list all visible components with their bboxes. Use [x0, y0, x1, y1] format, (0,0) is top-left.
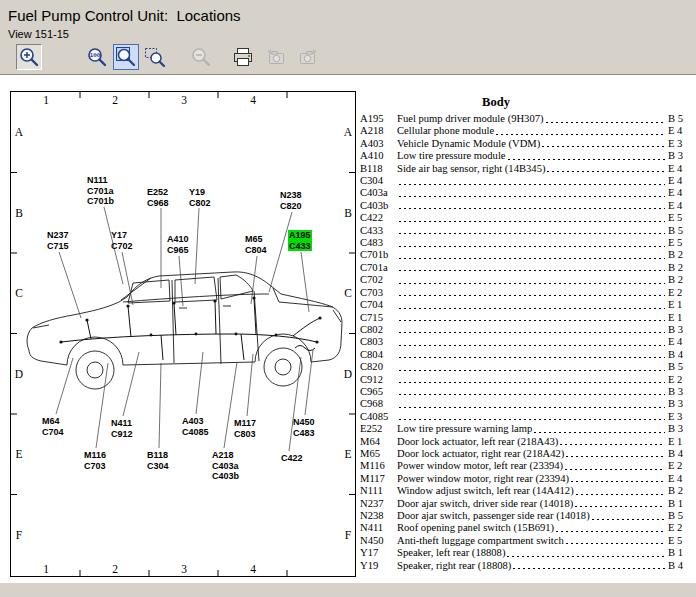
callout-line: A218 [212, 450, 239, 461]
callout-A218[interactable]: A218C403aC403b [212, 450, 239, 482]
list-item-C704[interactable]: C704E 1 [360, 299, 690, 311]
diagram-box: 11223344AABBCCDDEEFF N111C701aC701bE252C… [10, 91, 356, 577]
item-description: Power window motor, left rear (23394) [397, 460, 563, 472]
list-item-N411[interactable]: N411Roof opening panel switch (15B691)E … [360, 522, 690, 534]
list-item-A195[interactable]: A195Fuel pump driver module (9H307)B 5 [360, 113, 690, 125]
list-item-C912[interactable]: C912E 2 [360, 374, 690, 386]
grid-col-label-top: 4 [250, 94, 256, 106]
callout-N238[interactable]: N238C820 [280, 190, 302, 211]
callout-C422[interactable]: C422 [281, 453, 303, 464]
dot-leader [399, 187, 665, 199]
list-item-C715[interactable]: C715E 1 [360, 312, 690, 324]
list-item-C968[interactable]: C968B 3 [360, 398, 690, 410]
item-code: C968 [360, 398, 397, 410]
list-item-C403a[interactable]: C403aE 4 [360, 187, 690, 199]
zoom-fit-button[interactable] [113, 44, 139, 70]
zoom-in-button[interactable] [16, 44, 42, 70]
item-code: M117 [360, 473, 397, 485]
callout-N111[interactable]: N111C701aC701b [87, 175, 114, 207]
callout-A410[interactable]: A410C965 [167, 234, 189, 255]
list-item-A403[interactable]: A403Vehicle Dynamic Module (VDM)E 3 [360, 138, 690, 150]
list-item-C483[interactable]: C483E 5 [360, 237, 690, 249]
list-item-N450[interactable]: N450Anti-theft luggage compartment switc… [360, 535, 690, 547]
callout-line: A410 [167, 234, 189, 245]
callout-E252[interactable]: E252C968 [147, 187, 169, 208]
list-item-C965[interactable]: C965B 3 [360, 386, 690, 398]
callout-line: C968 [147, 198, 169, 209]
list-item-N111[interactable]: N111Window adjust switch, left rear (14A… [360, 485, 690, 497]
dot-leader [507, 547, 665, 559]
callout-M64[interactable]: M64C704 [42, 416, 64, 437]
list-item-M65[interactable]: M65Door lock actuator, right rear (218A4… [360, 448, 690, 460]
page-title: Fuel Pump Control Unit: Locations [8, 7, 696, 24]
callout-M117[interactable]: M117C803 [234, 418, 256, 439]
callout-Y19[interactable]: Y19C802 [189, 187, 211, 208]
item-code: C403a [360, 187, 397, 199]
list-item-C403b[interactable]: C403bE 4 [360, 200, 690, 212]
list-item-C422[interactable]: C422E 5 [360, 212, 690, 224]
list-item-N237[interactable]: N237Door ajar switch, driver side rear (… [360, 498, 690, 510]
item-description: Door lock actuator, left rear (218A43) [397, 436, 558, 448]
camera-prev-icon [265, 46, 287, 68]
list-item-A218[interactable]: A218Cellular phone moduleE 4 [360, 125, 690, 137]
item-grid-ref: B 4 [668, 448, 690, 460]
dot-leader [534, 423, 665, 435]
callout-line: C804 [245, 245, 267, 256]
item-grid-ref: E 4 [668, 175, 690, 187]
zoom-in-icon [18, 46, 40, 68]
callout-line: C702 [111, 241, 133, 252]
callout-line: Y19 [189, 187, 211, 198]
callout-M116[interactable]: M116C703 [84, 450, 106, 471]
item-grid-ref: B 5 [668, 361, 690, 373]
callout-line: N111 [87, 175, 114, 186]
list-item-E252[interactable]: E252Low tire pressure warning lampB 3 [360, 423, 690, 435]
item-grid-ref: E 1 [668, 299, 690, 311]
list-item-C802[interactable]: C802B 3 [360, 324, 690, 336]
item-grid-ref: E 3 [668, 138, 690, 150]
list-item-M116[interactable]: M116Power window motor, left rear (23394… [360, 460, 690, 472]
list-item-C4085[interactable]: C4085E 3 [360, 411, 690, 423]
grid-col-label-top: 1 [43, 94, 49, 106]
callout-B118[interactable]: B118C304 [147, 450, 169, 471]
list-item-C703[interactable]: C703E 2 [360, 287, 690, 299]
list-item-B118[interactable]: B118Side air bag sensor, right (14B345)E… [360, 163, 690, 175]
item-code: C403b [360, 200, 397, 212]
list-item-C433[interactable]: C433B 5 [360, 225, 690, 237]
item-grid-ref: E 4 [668, 163, 690, 175]
item-description: Low tire pressure module [397, 150, 506, 162]
zoom-area-button[interactable] [142, 44, 168, 70]
list-item-Y19[interactable]: Y19Speaker, right rear (18808)B 4 [360, 560, 690, 572]
dot-leader [399, 349, 665, 361]
list-item-C304[interactable]: C304E 4 [360, 175, 690, 187]
callout-Y17[interactable]: Y17C702 [111, 230, 133, 251]
list-item-Y17[interactable]: Y17Speaker, left rear (18808)B 1 [360, 547, 690, 559]
item-grid-ref: E 2 [668, 287, 690, 299]
callout-M65[interactable]: M65C804 [245, 234, 267, 255]
item-grid-ref: E 4 [668, 125, 690, 137]
dot-leader [542, 138, 665, 150]
dot-leader [399, 225, 665, 237]
list-item-C803[interactable]: C803E 4 [360, 336, 690, 348]
item-code: C715 [360, 312, 397, 324]
print-button[interactable] [230, 44, 256, 70]
list-item-C701a[interactable]: C701aB 2 [360, 262, 690, 274]
dot-leader [575, 498, 665, 510]
callout-N450[interactable]: N450C483 [293, 417, 315, 438]
list-item-M117[interactable]: M117Power window motor, right rear (2339… [360, 473, 690, 485]
callout-N237[interactable]: N237C715 [47, 230, 69, 251]
callout-A195[interactable]: A195C433 [288, 230, 312, 251]
callout-N411[interactable]: N411C912 [111, 418, 133, 439]
grid-row-label-left: C [15, 287, 23, 299]
list-item-C701b[interactable]: C701bB 2 [360, 249, 690, 261]
callout-A403[interactable]: A403C4085 [182, 416, 209, 437]
list-item-C804[interactable]: C804B 4 [360, 349, 690, 361]
zoom-100-button[interactable]: 100 [84, 44, 110, 70]
list-item-M64[interactable]: M64Door lock actuator, left rear (218A43… [360, 436, 690, 448]
item-grid-ref: B 1 [668, 498, 690, 510]
item-grid-ref: E 1 [668, 436, 690, 448]
list-item-C820[interactable]: C820B 5 [360, 361, 690, 373]
dot-leader [399, 287, 665, 299]
list-item-N238[interactable]: N238Door ajar switch, passenger side rea… [360, 510, 690, 522]
list-item-C702[interactable]: C702B 2 [360, 274, 690, 286]
list-item-A410[interactable]: A410Low tire pressure moduleB 3 [360, 150, 690, 162]
